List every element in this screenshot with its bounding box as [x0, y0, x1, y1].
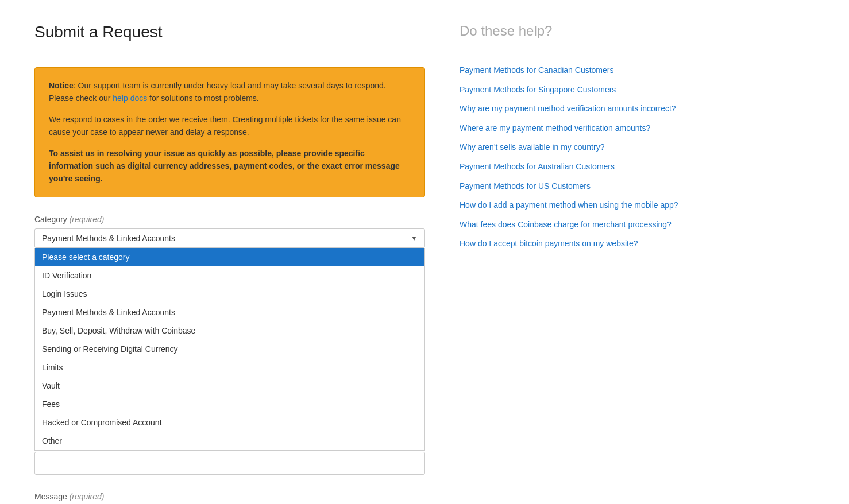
list-item: Payment Methods for Singapore Customers: [460, 84, 815, 96]
help-link-5[interactable]: Why aren't sells available in my country…: [460, 142, 604, 152]
list-item: Why aren't sells available in my country…: [460, 142, 815, 153]
notice-end-text: for solutions to most problems.: [147, 94, 259, 103]
category-label: Category (required): [34, 215, 425, 224]
help-docs-link[interactable]: help docs: [113, 94, 147, 103]
notice-line2: We respond to cases in the order we rece…: [49, 113, 411, 139]
dropdown-item-sending-receiving[interactable]: Sending or Receiving Digital Currency: [35, 340, 424, 358]
notice-line1: Notice: Our support team is currently un…: [49, 79, 411, 105]
dropdown-item-limits[interactable]: Limits: [35, 358, 424, 377]
list-item: Payment Methods for Australian Customers: [460, 161, 815, 173]
category-select-display[interactable]: Payment Methods & Linked Accounts ▼: [34, 228, 425, 248]
category-required: (required): [70, 215, 105, 224]
dropdown-item-other[interactable]: Other: [35, 432, 424, 450]
help-link-9[interactable]: What fees does Coinbase charge for merch…: [460, 220, 672, 229]
dropdown-item-payment-methods[interactable]: Payment Methods & Linked Accounts: [35, 303, 424, 321]
list-item: Payment Methods for US Customers: [460, 181, 815, 192]
help-link-1[interactable]: Payment Methods for Canadian Customers: [460, 65, 613, 75]
category-selected-value: Payment Methods & Linked Accounts: [42, 234, 175, 243]
help-link-7[interactable]: Payment Methods for US Customers: [460, 181, 591, 191]
message-label: Message (required): [34, 492, 425, 501]
dropdown-item-buy-sell[interactable]: Buy, Sell, Deposit, Withdraw with Coinba…: [35, 321, 424, 340]
list-item: What fees does Coinbase charge for merch…: [460, 219, 815, 231]
list-item: Why are my payment method verification a…: [460, 103, 815, 115]
list-item: Payment Methods for Canadian Customers: [460, 65, 815, 76]
help-link-2[interactable]: Payment Methods for Singapore Customers: [460, 85, 616, 94]
right-panel-title: Do these help?: [460, 23, 815, 39]
list-item: How do I accept bitcoin payments on my w…: [460, 238, 815, 250]
dropdown-arrow-icon: ▼: [411, 234, 418, 242]
notice-line3: To assist us in resolving your issue as …: [49, 147, 411, 185]
dropdown-item-vault[interactable]: Vault: [35, 377, 424, 395]
dropdown-item-login-issues[interactable]: Login Issues: [35, 285, 424, 303]
help-link-4[interactable]: Where are my payment method verification…: [460, 123, 650, 133]
left-panel: Submit a Request Notice: Our support tea…: [34, 23, 425, 504]
help-link-8[interactable]: How do I add a payment method when using…: [460, 200, 678, 210]
category-extra-input[interactable]: [34, 452, 425, 475]
dropdown-item-hacked[interactable]: Hacked or Compromised Account: [35, 413, 424, 432]
notice-bold: Notice: [49, 81, 74, 90]
list-item: Where are my payment method verification…: [460, 123, 815, 134]
help-links-list: Payment Methods for Canadian Customers P…: [460, 65, 815, 250]
help-link-3[interactable]: Why are my payment method verification a…: [460, 104, 676, 113]
notice-box: Notice: Our support team is currently un…: [34, 67, 425, 197]
message-required: (required): [70, 492, 105, 501]
help-link-6[interactable]: Payment Methods for Australian Customers: [460, 162, 615, 171]
page-title: Submit a Request: [34, 23, 425, 41]
message-section: Message (required): [34, 492, 425, 504]
dropdown-item-please-select[interactable]: Please select a category: [35, 248, 424, 266]
category-section: Category (required) Payment Methods & Li…: [34, 215, 425, 475]
dropdown-item-fees[interactable]: Fees: [35, 395, 424, 413]
dropdown-item-id-verification[interactable]: ID Verification: [35, 266, 424, 285]
help-link-10[interactable]: How do I accept bitcoin payments on my w…: [460, 239, 638, 248]
right-panel: Do these help? Payment Methods for Canad…: [460, 23, 815, 504]
category-dropdown-list: Please select a category ID Verification…: [34, 248, 425, 451]
list-item: How do I add a payment method when using…: [460, 200, 815, 211]
title-divider: [34, 53, 425, 53]
right-divider: [460, 51, 815, 51]
